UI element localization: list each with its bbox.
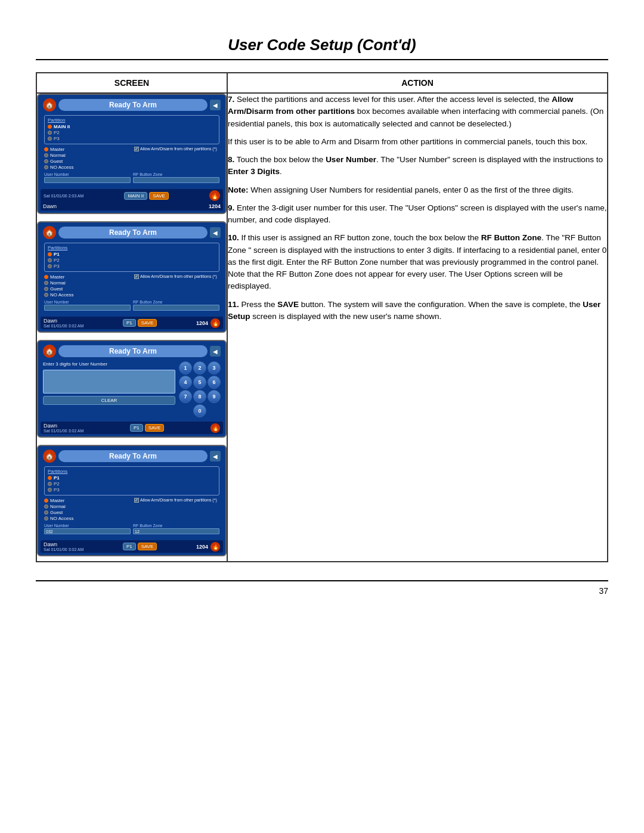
opt-noaccess-label-2: NO Access: [50, 292, 74, 298]
partition-name-1b: P2: [54, 130, 60, 135]
user-number-input-2[interactable]: [44, 305, 131, 311]
opt-normal-label: Normal: [50, 153, 66, 158]
key-4[interactable]: 4: [179, 376, 192, 389]
panel-arrow-3: ◀: [210, 346, 221, 357]
allow-arm-label-4: Allow Arm/Disarm from other partitions (…: [140, 498, 217, 503]
action-8-number: 8.: [228, 155, 234, 164]
partition-row-2b: P2: [48, 258, 216, 263]
panel-body-2: Partitions P1 P2: [41, 240, 223, 315]
user-fields-4: User Number 032 RF Button Zone 12: [44, 524, 219, 534]
keypad-grid: 1 2 3 4 5 6 7 8 9: [179, 361, 221, 417]
field-group-rf-1: RF Button Zone: [133, 172, 219, 183]
option-group-left-1: Master Normal Guest NO Access: [44, 147, 129, 171]
panel-bottom-bar-3: Dawn Sat 01/01/00 3:02 AM P1 SAVE 🔥: [41, 422, 223, 434]
bottom-buttons-2: P1 SAVE: [123, 319, 157, 327]
key-9[interactable]: 9: [208, 390, 221, 403]
action-11-number: 11.: [228, 300, 239, 309]
opt-master-label-2: Master: [50, 274, 64, 280]
save-btn-1[interactable]: SAVE: [149, 192, 169, 200]
bottom-label-btn-4[interactable]: P1: [123, 543, 136, 550]
panel-options-4: Master Normal Guest NO Access Allow Arm/…: [44, 498, 219, 522]
bottom-buttons-4: P1 SAVE: [123, 543, 157, 550]
user-number-input-4[interactable]: 032: [44, 528, 131, 534]
key-1[interactable]: 1: [179, 361, 192, 374]
opt-normal-radio: [44, 153, 48, 157]
save-btn-2[interactable]: SAVE: [138, 319, 157, 327]
user-number-label-1: User Number: [44, 172, 131, 176]
opt-master-radio-2: [44, 275, 48, 279]
action-10-number: 10.: [228, 233, 239, 242]
bottom-label-btn-2[interactable]: P1: [123, 319, 136, 327]
main-table: SCREEN ACTION 🏠 Ready To Arm ◀: [36, 72, 608, 562]
rf-input-4[interactable]: 12: [133, 528, 219, 534]
clear-button[interactable]: CLEAR: [43, 396, 175, 405]
panel-top-bar-3: 🏠 Ready To Arm ◀: [41, 343, 223, 359]
code-section-2: 1204 🔥: [196, 318, 220, 328]
rf-button-bold: RF Button Zone: [481, 233, 541, 242]
radio-p3-2: [48, 264, 52, 268]
allow-arm-checkbox-1[interactable]: [134, 147, 139, 151]
key-8[interactable]: 8: [193, 390, 206, 403]
bottom-left-3: Dawn Sat 01/01/00 3:02 AM: [44, 423, 83, 433]
panel-top-bar-4: 🏠 Ready To Arm ◀: [41, 448, 223, 464]
panel-options-2: Master Normal Guest NO Access Allow Arm/…: [44, 274, 219, 298]
rf-input-1[interactable]: [133, 177, 219, 183]
code-section-4: 1204 🔥: [196, 542, 220, 552]
partition-title-1: Partition: [48, 117, 216, 123]
dawn-label-1: Dawn: [43, 203, 57, 209]
fire-icon-3: 🔥: [210, 423, 220, 433]
key-zero-row: 0: [179, 404, 221, 417]
keypad-right: 1 2 3 4 5 6 7 8 9: [179, 361, 221, 417]
panel-body-4: Partitions P1 P2: [41, 464, 223, 538]
timestamp-4: Sat 01/01/00 3:02 AM: [44, 547, 83, 552]
key-0[interactable]: 0: [193, 404, 206, 417]
opt-guest-label: Guest: [50, 159, 63, 164]
save-bold: SAVE: [277, 300, 299, 309]
bottom-label-btn-3[interactable]: P1: [130, 424, 143, 432]
partition-title-4: Partitions: [48, 469, 216, 474]
radio-p3-4: [48, 488, 52, 492]
key-3[interactable]: 3: [208, 361, 221, 374]
action-7: 7. Select the partitions and access leve…: [228, 94, 607, 130]
rf-value-4: 12: [135, 529, 140, 534]
user-number-input-1[interactable]: [44, 177, 131, 183]
panel-bottom-bar-1: Sat 01/01/00 2:03 AM MAIN II SAVE 🔥: [41, 189, 223, 202]
panel-bottom-bar-2: Dawn Sat 01/01/00 3:02 AM P1 SAVE 1204 🔥: [41, 317, 223, 329]
partition-name-1a: MAIN II: [54, 124, 70, 129]
key-2[interactable]: 2: [193, 361, 206, 374]
save-btn-3[interactable]: SAVE: [145, 424, 165, 432]
field-group-rf-4: RF Button Zone 12: [133, 524, 219, 534]
partition-name-4c: P3: [54, 487, 60, 493]
allow-arm-bold: Allow Arm/Disarm from other partitions: [228, 95, 573, 116]
code-display-4: 1204: [196, 544, 208, 550]
radio-p1-4: [48, 476, 52, 480]
panel-top-bar-1: 🏠 Ready To Arm ◀: [41, 97, 223, 113]
opt-noaccess-radio: [44, 165, 48, 169]
user-number-label-4: User Number: [44, 524, 131, 528]
timestamp-1: Sat 01/01/00 2:03 AM: [44, 194, 83, 198]
bottom-buttons-3: P1 SAVE: [130, 424, 165, 432]
panel-body-1: Partition MAIN II P2: [41, 113, 223, 187]
status-bar-3: Ready To Arm: [58, 345, 208, 357]
action-8: 8. Touch the box below the User Number. …: [228, 154, 607, 178]
key-5[interactable]: 5: [193, 376, 206, 389]
key-6[interactable]: 6: [208, 376, 221, 389]
key-7[interactable]: 7: [179, 390, 192, 403]
save-btn-4[interactable]: SAVE: [138, 543, 157, 550]
opt-normal-radio-4: [44, 504, 48, 509]
allow-arm-checkbox-2[interactable]: [134, 274, 139, 279]
partition-row-1c: P3: [48, 136, 216, 141]
keypad-label: Enter 3 digits for User Number: [43, 361, 175, 367]
option-group-left-4: Master Normal Guest NO Access: [44, 498, 129, 522]
bottom-label-btn-1[interactable]: MAIN II: [124, 192, 147, 200]
allow-arm-checkbox-4[interactable]: [134, 498, 139, 503]
action-7-cont: If this user is to be able to Arm and Di…: [228, 136, 607, 148]
rf-input-2[interactable]: [133, 305, 219, 311]
bottom-left-2: Dawn Sat 01/01/00 3:02 AM: [44, 318, 83, 328]
rf-button-label-4: RF Button Zone: [133, 524, 219, 528]
panel-screen-2: 🏠 Ready To Arm ◀ Partitions P1: [37, 221, 227, 333]
status-bar-4: Ready To Arm: [58, 450, 208, 462]
screen-header: SCREEN: [36, 73, 227, 93]
radio-p2: [48, 131, 52, 135]
opt-noaccess-label: NO Access: [50, 165, 74, 170]
